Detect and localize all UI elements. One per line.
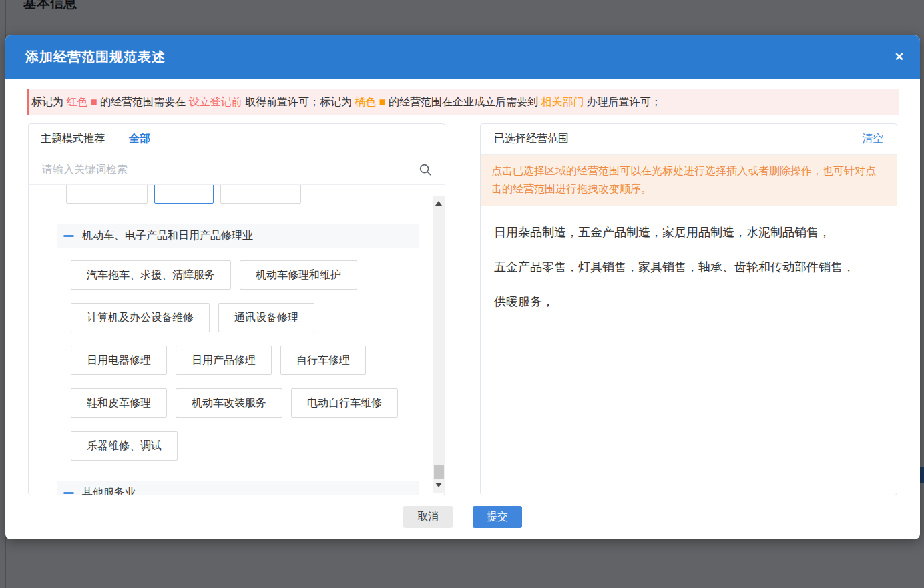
notice-text: 取得前置许可；标记为 <box>242 96 355 107</box>
scope-picker-panel: 主题模式推荐 全部 机动车、电子产品和日用产品修理业 <box>28 123 445 495</box>
selected-scope-hint: 点击已选择区域的经营范围可以在光标处进行选择插入或者删除操作，也可针对点击的经营… <box>481 155 897 206</box>
category-label: 其他服务业 <box>82 486 136 495</box>
scope-tag-button[interactable]: 汽车拖车、求援、清障服务 <box>71 260 231 290</box>
dialog-body: 主题模式推荐 全部 机动车、电子产品和日用产品修理业 <box>28 123 897 495</box>
scope-tag-button[interactable]: 电动自行车维修 <box>291 388 398 418</box>
tab-theme-recommend[interactable]: 主题模式推荐 <box>41 132 105 146</box>
tag-row: 乐器维修、调试 <box>71 431 433 461</box>
scope-tag-button[interactable]: 计算机及办公设备维修 <box>71 303 210 332</box>
clipped-tag-button-selected[interactable] <box>154 185 214 204</box>
list-scrollbar[interactable] <box>433 196 445 493</box>
scope-tag-button[interactable]: 日用产品修理 <box>176 346 272 375</box>
scroll-up-icon[interactable] <box>435 201 442 206</box>
scope-tabs: 主题模式推荐 全部 <box>29 124 445 154</box>
scope-category-list: 机动车、电子产品和日用产品修理业汽车拖车、求援、清障服务机动车修理和维护计算机及… <box>29 185 445 495</box>
selected-scope-line[interactable]: 日用杂品制造，五金产品制造，家居用品制造，水泥制品销售， <box>494 215 883 250</box>
scope-tag-button[interactable]: 机动车修理和维护 <box>240 260 357 290</box>
selected-scope-line[interactable]: 供暖服务， <box>494 284 883 319</box>
dialog-header: 添加经营范围规范表述 ✕ <box>5 35 920 79</box>
category-row[interactable]: 其他服务业 <box>57 481 419 495</box>
collapse-minus-icon[interactable] <box>63 492 74 494</box>
selected-scope-text: 日用杂品制造，五金产品制造，家居用品制造，水泥制品销售，五金产品零售，灯具销售，… <box>481 206 897 328</box>
category-label: 机动车、电子产品和日用产品修理业 <box>82 229 253 243</box>
notice-highlight: 设立登记前 <box>188 96 242 107</box>
collapse-minus-icon[interactable] <box>63 235 74 237</box>
clipped-tag-button[interactable] <box>66 185 148 204</box>
scope-tag-button[interactable]: 通讯设备修理 <box>218 303 314 332</box>
tag-row: 鞋和皮革修理机动车改装服务电动自行车维修 <box>71 388 433 418</box>
tag-row: 计算机及办公设备维修通讯设备修理 <box>71 303 433 332</box>
tag-row: 汽车拖车、求援、清障服务机动车修理和维护 <box>71 260 433 290</box>
clipped-tag-row <box>66 185 433 204</box>
category-row[interactable]: 机动车、电子产品和日用产品修理业 <box>57 224 419 248</box>
scope-list-content: 机动车、电子产品和日用产品修理业汽车拖车、求援、清障服务机动车修理和维护计算机及… <box>29 185 433 495</box>
scroll-down-icon[interactable] <box>435 483 442 487</box>
permit-legend-notice: 标记为 红色 ■ 的经营范围需要在 设立登记前 取得前置许可；标记为 橘色 ■ … <box>27 89 899 115</box>
selected-scope-header: 已选择经营范围 清空 <box>481 124 897 155</box>
scope-tag-button[interactable]: 鞋和皮革修理 <box>71 388 167 418</box>
clipped-tag-button[interactable] <box>220 185 301 204</box>
scope-tag-button[interactable]: 日用电器修理 <box>71 346 167 375</box>
submit-button[interactable]: 提交 <box>473 506 522 528</box>
notice-text: 的经营范围在企业成立后需要到 <box>385 96 541 107</box>
notice-highlight: ■ <box>91 96 97 107</box>
notice-highlight: 橘色 <box>355 96 379 107</box>
notice-highlight: 红色 <box>66 96 90 107</box>
keyword-search-input[interactable] <box>29 164 445 176</box>
search-icon[interactable] <box>418 162 433 177</box>
scrollbar-thumb[interactable] <box>434 465 444 479</box>
cancel-button[interactable]: 取消 <box>403 506 453 528</box>
dialog-footer: 取消 提交 <box>5 506 920 528</box>
add-business-scope-dialog: 添加经营范围规范表述 ✕ 标记为 红色 ■ 的经营范围需要在 设立登记前 取得前… <box>5 35 920 539</box>
notice-text: 标记为 <box>31 96 66 107</box>
selected-scope-panel: 已选择经营范围 清空 点击已选择区域的经营范围可以在光标处进行选择插入或者删除操… <box>480 123 897 495</box>
tag-row: 日用电器修理日用产品修理自行车修理 <box>71 346 433 375</box>
keyword-search-bar <box>29 154 445 185</box>
tab-all[interactable]: 全部 <box>129 132 150 146</box>
selected-scope-title: 已选择经营范围 <box>494 132 569 146</box>
clear-all-link[interactable]: 清空 <box>862 132 883 146</box>
notice-text: 办理后置许可； <box>584 96 661 107</box>
scope-tag-button[interactable]: 自行车修理 <box>280 346 366 375</box>
notice-highlight: 相关部门 <box>541 96 584 107</box>
scope-tag-button[interactable]: 机动车改装服务 <box>176 388 282 418</box>
notice-text: 的经营范围需要在 <box>97 96 189 107</box>
selected-scope-line[interactable]: 五金产品零售，灯具销售，家具销售，轴承、齿轮和传动部件销售， <box>494 250 883 284</box>
close-icon[interactable]: ✕ <box>895 50 904 64</box>
dialog-title: 添加经营范围规范表述 <box>25 48 166 66</box>
scope-tag-button[interactable]: 乐器维修、调试 <box>71 431 178 461</box>
